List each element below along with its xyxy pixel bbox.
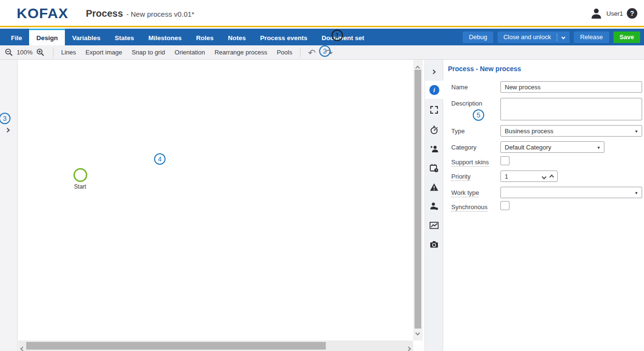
- help-icon[interactable]: ?: [627, 8, 637, 19]
- tab-info[interactable]: i: [425, 81, 443, 99]
- debug-button[interactable]: Debug: [463, 32, 493, 43]
- menu-tabs: File Design Variables States Milestones …: [0, 29, 372, 45]
- user-area: User1 ?: [590, 6, 637, 21]
- type-label: Type: [451, 128, 465, 135]
- name-label: Name: [451, 84, 468, 91]
- description-label: Description: [451, 100, 482, 107]
- snap-to-grid-button[interactable]: Snap to grid: [127, 49, 170, 56]
- type-select[interactable]: Business process ▼: [500, 125, 642, 137]
- canvas-horizontal-scrollbar[interactable]: [18, 340, 413, 351]
- tab-file[interactable]: File: [4, 29, 29, 45]
- tab-variables[interactable]: Variables: [65, 29, 107, 45]
- chevron-down-icon: [561, 35, 565, 39]
- annotation-5: 5: [473, 109, 484, 121]
- work-type-label: Work type: [451, 189, 479, 196]
- kofax-logo: KOFAX: [17, 5, 68, 21]
- tab-document-set[interactable]: Document set: [314, 29, 371, 45]
- support-skins-checkbox[interactable]: [500, 156, 509, 165]
- toolbar-separator: [53, 48, 53, 57]
- app-header: KOFAX Process- New process v0.01* User1 …: [0, 0, 644, 27]
- start-node[interactable]: Start: [66, 168, 94, 190]
- panel-title: Process - New process: [448, 65, 521, 73]
- close-and-unlock-button[interactable]: Close and unlock: [498, 32, 570, 43]
- lines-button[interactable]: Lines: [56, 49, 81, 56]
- category-label: Category: [451, 144, 477, 151]
- scroll-down-icon[interactable]: [416, 328, 419, 337]
- tab-capture[interactable]: [425, 235, 443, 254]
- release-button[interactable]: Release: [574, 32, 609, 43]
- scroll-left-icon[interactable]: [21, 344, 24, 351]
- zoom-in-icon[interactable]: [36, 48, 44, 56]
- warning-icon: [429, 182, 439, 192]
- tab-roles[interactable]: Roles: [189, 29, 221, 45]
- process-design-canvas[interactable]: Start: [18, 60, 413, 340]
- synchronous-checkbox[interactable]: [500, 201, 509, 210]
- zoom-out-icon[interactable]: [5, 48, 13, 56]
- properties-form: Process - New process Name Description T…: [443, 60, 644, 351]
- tab-roles[interactable]: [425, 140, 443, 158]
- orientation-button[interactable]: Orientation: [170, 49, 210, 56]
- annotation-2: 2: [319, 45, 331, 57]
- spinner-down-icon[interactable]: [542, 174, 547, 179]
- work-type-select[interactable]: ▼: [500, 187, 642, 198]
- priority-spin-buttons: [542, 171, 553, 182]
- synchronous-label: Synchronous: [451, 203, 488, 211]
- chevron-down-icon: [415, 331, 420, 336]
- chevron-right-icon: [431, 70, 436, 74]
- tab-process-events[interactable]: Process events: [253, 29, 314, 45]
- pools-button[interactable]: Pools: [272, 49, 297, 56]
- page-title: Process- New process v0.01*: [86, 8, 194, 19]
- chevron-right-icon: [5, 128, 10, 133]
- person-status-icon: [429, 202, 439, 211]
- tab-schedule[interactable]: [425, 159, 443, 177]
- zoom-level: 100%: [17, 49, 32, 56]
- chevron-left-icon: [21, 347, 25, 351]
- collapse-panel-icon[interactable]: [432, 67, 435, 75]
- page-title-main: Process: [86, 8, 123, 19]
- calendar-clock-icon: [429, 163, 439, 173]
- tab-resources[interactable]: [425, 197, 443, 215]
- toolbar-separator: [300, 48, 301, 57]
- category-select[interactable]: Default Category ▼: [500, 141, 604, 153]
- menu-actions: Debug Close and unlock Release Save: [463, 29, 640, 45]
- expand-left-panel-icon[interactable]: [6, 125, 9, 134]
- close-and-unlock-dropdown[interactable]: [557, 36, 570, 39]
- tab-design[interactable]: Design: [29, 29, 65, 45]
- annotation-4: 4: [154, 153, 166, 165]
- horizontal-scroll-thumb[interactable]: [26, 342, 326, 350]
- description-input[interactable]: [500, 98, 642, 120]
- line-chart-icon: [429, 221, 439, 230]
- priority-spinner[interactable]: 1: [500, 170, 558, 182]
- info-icon: i: [429, 85, 439, 95]
- tab-notes[interactable]: Notes: [221, 29, 253, 45]
- rearrange-process-button[interactable]: Rearrange process: [210, 49, 272, 56]
- undo-icon[interactable]: ↶: [303, 48, 321, 57]
- type-select-value: Business process: [505, 128, 553, 135]
- tab-timing[interactable]: [425, 121, 443, 139]
- user-avatar-icon[interactable]: [590, 7, 602, 20]
- canvas-vertical-scrollbar[interactable]: [413, 60, 423, 340]
- tab-states[interactable]: States: [108, 29, 142, 45]
- close-and-unlock-label[interactable]: Close and unlock: [498, 33, 557, 41]
- support-skins-label: Support skins: [451, 159, 489, 166]
- tab-reporting[interactable]: [425, 216, 443, 234]
- menu-bar: File Design Variables States Milestones …: [0, 29, 644, 45]
- vertical-scroll-thumb[interactable]: [415, 70, 421, 329]
- dropdown-arrow-icon: ▼: [634, 191, 638, 195]
- tab-exceptions[interactable]: [425, 178, 443, 196]
- tab-display[interactable]: [425, 101, 443, 119]
- tab-milestones[interactable]: Milestones: [141, 29, 189, 45]
- properties-icon-strip: i: [425, 60, 443, 351]
- properties-panel: i: [425, 60, 644, 351]
- left-panel-collapsed: [0, 60, 18, 351]
- start-node-label: Start: [66, 183, 94, 190]
- app-window: KOFAX Process- New process v0.01* User1 …: [0, 0, 644, 351]
- name-input[interactable]: [500, 81, 642, 93]
- scroll-right-icon[interactable]: [407, 344, 410, 351]
- save-button[interactable]: Save: [613, 32, 640, 43]
- spinner-up-icon[interactable]: [550, 174, 554, 179]
- start-node-circle[interactable]: [73, 168, 87, 182]
- user-name: User1: [606, 10, 623, 17]
- export-image-button[interactable]: Export image: [81, 49, 127, 56]
- priority-value: 1: [505, 173, 508, 180]
